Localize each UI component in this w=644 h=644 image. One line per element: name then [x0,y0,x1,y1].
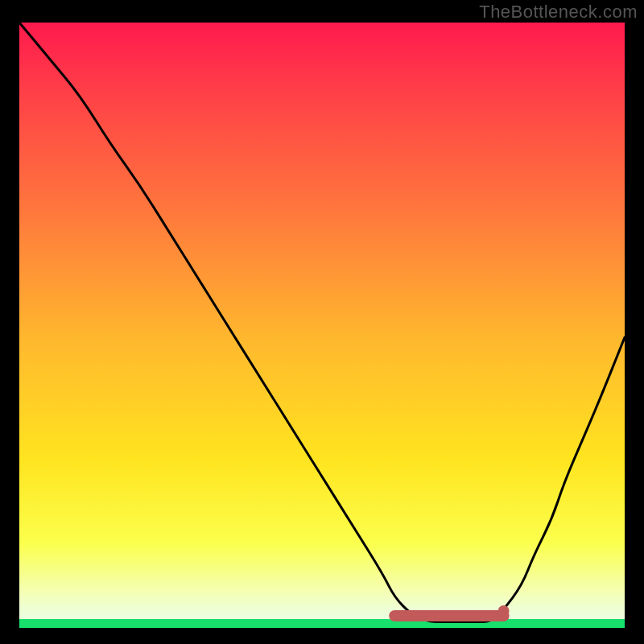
chart-frame: TheBottleneck.com [0,0,644,644]
plot-area [19,23,625,628]
bottleneck-curve [19,23,625,621]
minimum-marker-dot [498,605,510,617]
curve-layer [19,23,625,628]
watermark-text: TheBottleneck.com [479,2,638,23]
